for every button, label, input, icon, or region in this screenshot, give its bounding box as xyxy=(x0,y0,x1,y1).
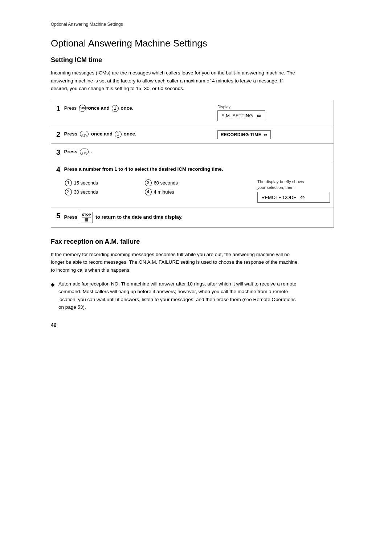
step1-display-col: Display: A.M. SETTING ⇔ xyxy=(212,100,334,126)
step-content-4: Press a number from 1 to 4 to select the… xyxy=(64,161,334,207)
step4-display-note: The display briefly shows your selection… xyxy=(257,179,308,190)
time-circle-2: 2 xyxy=(65,189,72,195)
step-content-5: Press STOP ⬛ to return to the date and t… xyxy=(64,207,334,228)
step1-display-label: Display: xyxy=(217,105,330,109)
step4-display-box: REMOTE CODE ⇔ xyxy=(257,192,330,203)
time-label-4: 4 minutes xyxy=(154,189,174,195)
steps-table: 1 Press FUNKTION once and 1 once. Displa… xyxy=(51,100,334,228)
step3-press: Press xyxy=(64,149,79,154)
section2-body: If the memory for recording incoming mes… xyxy=(51,251,298,274)
step2-once-and: once and xyxy=(91,131,114,137)
step1-press-label: Press xyxy=(64,105,78,111)
funktion-icon: FUNKTION xyxy=(79,105,86,112)
step4-display-text: REMOTE CODE xyxy=(261,195,297,200)
stop-icon: STOP ⬛ xyxy=(80,212,93,223)
step2-press: Press xyxy=(64,131,79,137)
step-num-3: 3 xyxy=(51,143,64,161)
step4-options: 1 15 seconds 3 60 seconds 2 30 seconds xyxy=(64,176,250,203)
step1-circle-icon: 1 xyxy=(112,105,119,112)
time-label-2: 30 seconds xyxy=(74,189,98,195)
time-label-3: 60 seconds xyxy=(154,180,178,186)
time-option-2: 2 30 seconds xyxy=(64,189,137,195)
time-option-1: 1 15 seconds xyxy=(64,179,137,186)
time-circle-4: 4 xyxy=(145,189,152,195)
section1-title: Setting ICM time xyxy=(51,56,363,64)
bullet-list: ◆ Automatic fax reception NO: The machin… xyxy=(51,280,363,311)
step-row-5: 5 Press STOP ⬛ to return to the date and… xyxy=(51,207,334,228)
bullet-item-1: ◆ Automatic fax reception NO: The machin… xyxy=(51,280,298,311)
page-title: Optional Answering Machine Settings xyxy=(51,38,363,49)
step2-display-text: RECORDING TIME xyxy=(221,132,261,137)
time-circle-3: 3 xyxy=(145,179,152,186)
section2-title: Fax reception on A.M. failure xyxy=(51,238,363,246)
step5-press: Press xyxy=(64,214,79,220)
step-row-1: 1 Press FUNKTION once and 1 once. Displa… xyxy=(51,100,334,126)
step1-display-box: A.M. SETTING ⇔ xyxy=(217,110,265,121)
step4-display-arrow: ⇔ xyxy=(300,194,305,200)
step1-once: once. xyxy=(121,105,133,111)
step4-display-area: The display briefly shows your selection… xyxy=(257,176,330,203)
step5-text: to return to the date and time display. xyxy=(95,214,183,220)
step2-display-arrow: ⇔ xyxy=(264,132,268,137)
step2-circle-icon: 1 xyxy=(115,131,122,138)
time-label-1: 15 seconds xyxy=(74,180,98,186)
time-option-3: 3 60 seconds xyxy=(144,179,217,186)
step-row-3: 3 Press ◁ ▷ . xyxy=(51,143,334,161)
step-content-1: Press FUNKTION once and 1 once. xyxy=(64,100,212,126)
step1-text: once and xyxy=(88,105,111,111)
step-num-5: 5 xyxy=(51,207,64,228)
step2-display-col: RECORDING TIME ⇔ xyxy=(212,126,334,143)
step1-display-arrow: ⇔ xyxy=(257,113,261,119)
bullet-diamond-icon: ◆ xyxy=(51,281,55,289)
step-content-2: Press ◁ ▷ once and 1 once. xyxy=(64,126,212,143)
step2-once: once. xyxy=(124,131,136,137)
step-num-2: 2 xyxy=(51,126,64,143)
step-row-4: 4 Press a number from 1 to 4 to select t… xyxy=(51,161,334,207)
step3-period: . xyxy=(91,149,93,154)
step-num-1: 1 xyxy=(51,100,64,126)
step1-display-text: A.M. SETTING xyxy=(221,113,253,118)
nav-icon-3: ◁ ▷ xyxy=(80,149,89,155)
step2-display-box: RECORDING TIME ⇔ xyxy=(217,130,271,139)
step-content-3: Press ◁ ▷ . xyxy=(64,143,334,161)
time-circle-1: 1 xyxy=(65,179,72,186)
step4-main-text: Press a number from 1 to 4 to select the… xyxy=(64,166,223,172)
page-number: 46 xyxy=(51,322,363,328)
bullet-text-1: Automatic fax reception NO: The machine … xyxy=(58,280,298,311)
step-num-4: 4 xyxy=(51,161,64,207)
step-row-2: 2 Press ◁ ▷ once and 1 once. RECORDING T… xyxy=(51,126,334,143)
time-option-4: 4 4 minutes xyxy=(144,189,217,195)
nav-icon-2: ◁ ▷ xyxy=(80,131,89,137)
breadcrumb: Optional Answering Machine Settings xyxy=(51,22,363,27)
section1-intro: Incoming messages (ICMs) are the message… xyxy=(51,69,298,93)
